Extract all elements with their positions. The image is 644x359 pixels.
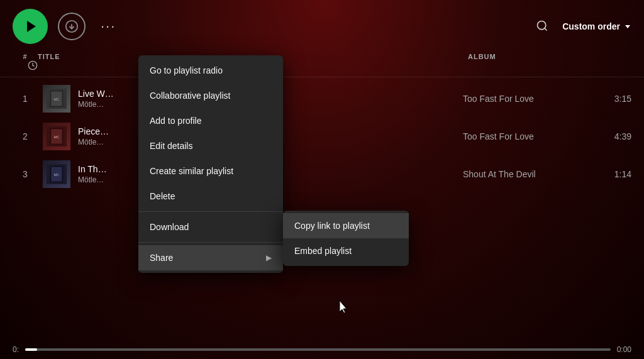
svg-marker-0 — [27, 21, 36, 32]
track-number: 1 — [13, 94, 38, 104]
track-info: Live W… Mötle… — [78, 89, 114, 109]
play-icon — [24, 19, 39, 34]
context-menu: Go to playlist radio Collaborative playl… — [138, 55, 283, 273]
menu-divider — [138, 211, 283, 212]
svg-text:MC: MC — [53, 173, 59, 177]
svg-text:MC: MC — [53, 135, 59, 139]
menu-item-playlist-radio[interactable]: Go to playlist radio — [138, 58, 283, 83]
menu-item-share[interactable]: Share ▶ — [138, 245, 283, 270]
menu-item-create-similar[interactable]: Create similar playlist — [138, 158, 283, 184]
track-title: Live W… — [78, 89, 114, 99]
track-artist: Mötle… — [78, 175, 107, 184]
svg-marker-5 — [625, 25, 630, 28]
album-thumbnail: MC — [47, 164, 67, 184]
chevron-down-icon — [624, 23, 631, 30]
track-number: 3 — [13, 169, 38, 179]
track-album: Too Fast For Love — [463, 131, 589, 141]
svg-text:MC: MC — [53, 97, 59, 101]
progress-area: 0: 0:00 — [0, 340, 644, 359]
album-art: MC — [43, 123, 70, 150]
track-duration: 3:15 — [594, 94, 631, 104]
menu-item-download[interactable]: Download — [138, 214, 283, 240]
col-num-header: # — [13, 53, 38, 60]
track-album: Shout At The Devil — [463, 169, 589, 179]
current-time: 0: — [13, 345, 19, 354]
track-list: 1 MC Live W… Mötle… Too Fast For Love 3:… — [0, 80, 644, 193]
svg-line-4 — [545, 28, 547, 30]
track-number: 2 — [13, 131, 38, 141]
menu-item-collaborative[interactable]: Collaborative playlist — [138, 83, 283, 108]
more-options-button[interactable]: ··· — [96, 16, 121, 37]
toolbar: ··· Custom order — [0, 0, 644, 53]
track-info: In Th… Mötle… — [78, 164, 107, 184]
share-submenu: Copy link to playlist Embed playlist — [283, 211, 409, 266]
table-row[interactable]: 2 MC Piece… Mötle… Too Fast For Love 4:3… — [0, 118, 644, 155]
download-circle-button[interactable] — [58, 13, 86, 40]
track-title: In Th… — [78, 164, 107, 174]
col-album-header: ALBUM — [468, 53, 594, 60]
col-duration-header — [13, 60, 38, 72]
submenu-item-copy-link[interactable]: Copy link to playlist — [283, 213, 409, 238]
menu-divider-2 — [138, 242, 283, 243]
track-cell: MC Live W… Mötle… — [43, 85, 125, 113]
chevron-right-icon: ▶ — [266, 253, 272, 262]
play-button[interactable] — [13, 9, 48, 44]
search-icon — [536, 19, 548, 32]
table-row[interactable]: 1 MC Live W… Mötle… Too Fast For Love 3:… — [0, 80, 644, 118]
progress-fill — [25, 348, 37, 351]
album-thumbnail: MC — [47, 126, 67, 146]
search-button[interactable] — [532, 16, 552, 38]
menu-item-add-profile[interactable]: Add to profile — [138, 108, 283, 133]
track-cell: MC Piece… Mötle… — [43, 123, 125, 150]
table-row[interactable]: 3 MC In Th… Mötle… Shout At The Devil 1:… — [0, 155, 644, 193]
track-cell: MC In Th… Mötle… — [43, 160, 125, 188]
submenu-item-embed[interactable]: Embed playlist — [283, 238, 409, 263]
menu-item-delete[interactable]: Delete — [138, 184, 283, 209]
svg-point-3 — [538, 21, 546, 29]
track-duration: 4:39 — [594, 131, 631, 141]
download-circle-icon — [65, 19, 79, 33]
track-duration: 1:14 — [594, 169, 631, 179]
album-art: MC — [43, 160, 70, 188]
table-header: # TITLE ALBUM — [0, 53, 644, 77]
track-artist: Mötle… — [78, 100, 114, 109]
track-album: Too Fast For Love — [463, 94, 589, 104]
progress-bar[interactable] — [25, 348, 611, 351]
menu-item-edit-details[interactable]: Edit details — [138, 133, 283, 158]
track-artist: Mötle… — [78, 138, 109, 146]
track-title: Piece… — [78, 126, 109, 136]
custom-order-label: Custom order — [562, 21, 620, 31]
clock-icon — [28, 60, 38, 70]
end-time: 0:00 — [617, 345, 631, 354]
track-info: Piece… Mötle… — [78, 126, 109, 146]
album-art: MC — [43, 85, 70, 113]
album-thumbnail: MC — [47, 89, 67, 109]
custom-order-button[interactable]: Custom order — [562, 21, 631, 31]
